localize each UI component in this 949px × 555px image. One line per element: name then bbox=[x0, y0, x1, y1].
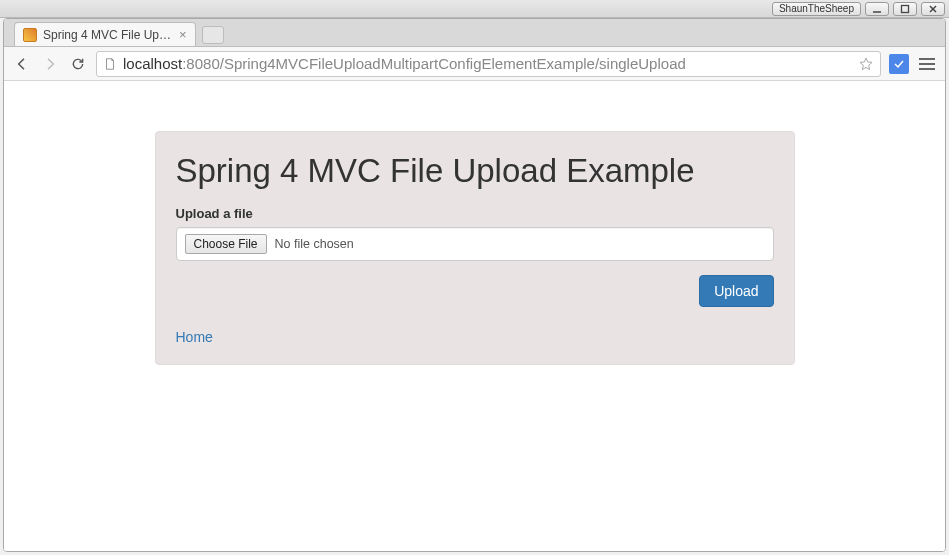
form-actions: Upload bbox=[176, 275, 774, 307]
file-chosen-status: No file chosen bbox=[275, 237, 354, 251]
svg-rect-1 bbox=[902, 5, 909, 12]
url-text: localhost:8080/Spring4MVCFileUploadMulti… bbox=[123, 55, 852, 72]
window-minimize-button[interactable] bbox=[865, 2, 889, 16]
browser-tab[interactable]: Spring 4 MVC File Upload × bbox=[14, 22, 196, 46]
tab-title: Spring 4 MVC File Upload bbox=[43, 28, 173, 42]
file-input-wrapper[interactable]: Choose File No file chosen bbox=[176, 227, 774, 261]
url-host: localhost bbox=[123, 55, 182, 72]
nav-toolbar: localhost:8080/Spring4MVCFileUploadMulti… bbox=[4, 47, 945, 81]
new-tab-button[interactable] bbox=[202, 26, 224, 44]
hamburger-menu-button[interactable] bbox=[917, 54, 937, 74]
home-link[interactable]: Home bbox=[176, 329, 213, 345]
page-icon bbox=[103, 57, 117, 71]
url-port: :8080 bbox=[182, 55, 220, 72]
address-bar[interactable]: localhost:8080/Spring4MVCFileUploadMulti… bbox=[96, 51, 881, 77]
upload-label: Upload a file bbox=[176, 206, 774, 221]
window-maximize-button[interactable] bbox=[893, 2, 917, 16]
os-username-badge: ShaunTheSheep bbox=[772, 2, 861, 16]
page-viewport: Spring 4 MVC File Upload Example Upload … bbox=[4, 81, 945, 551]
choose-file-button[interactable]: Choose File bbox=[185, 234, 267, 254]
os-titlebar: ShaunTheSheep bbox=[0, 0, 949, 18]
tab-strip: Spring 4 MVC File Upload × bbox=[4, 19, 945, 47]
reload-button[interactable] bbox=[68, 54, 88, 74]
bookmark-star-icon[interactable] bbox=[858, 56, 874, 72]
favicon-icon bbox=[23, 28, 37, 42]
back-button[interactable] bbox=[12, 54, 32, 74]
url-path: /Spring4MVCFileUploadMultipartConfigElem… bbox=[220, 55, 686, 72]
tab-close-icon[interactable]: × bbox=[179, 28, 187, 41]
window-close-button[interactable] bbox=[921, 2, 945, 16]
upload-button[interactable]: Upload bbox=[699, 275, 773, 307]
extension-checkmark-icon[interactable] bbox=[889, 54, 909, 74]
page-title: Spring 4 MVC File Upload Example bbox=[176, 152, 774, 190]
browser-window: Spring 4 MVC File Upload × localhost:808… bbox=[3, 18, 946, 552]
forward-button[interactable] bbox=[40, 54, 60, 74]
main-panel: Spring 4 MVC File Upload Example Upload … bbox=[155, 131, 795, 365]
